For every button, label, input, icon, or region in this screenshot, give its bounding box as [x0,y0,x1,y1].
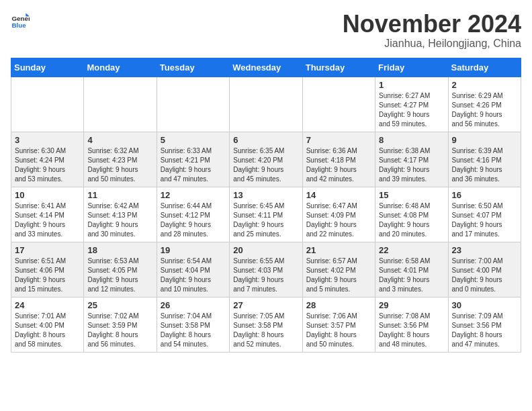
calendar-cell [11,77,84,132]
day-number: 15 [379,190,444,200]
day-info: Sunrise: 6:45 AM Sunset: 4:11 PM Dayligh… [233,201,298,239]
day-number: 20 [233,245,298,255]
calendar-cell: 17Sunrise: 6:51 AM Sunset: 4:06 PM Dayli… [11,242,84,297]
day-info: Sunrise: 6:29 AM Sunset: 4:26 PM Dayligh… [452,91,517,129]
location-title: Jianhua, Heilongjiang, China [343,38,521,50]
day-info: Sunrise: 6:58 AM Sunset: 4:01 PM Dayligh… [379,257,444,294]
calendar-cell: 14Sunrise: 6:47 AM Sunset: 4:09 PM Dayli… [302,187,375,242]
day-info: Sunrise: 7:04 AM Sunset: 3:58 PM Dayligh… [161,312,226,349]
day-number: 1 [379,80,444,90]
calendar-cell: 18Sunrise: 6:53 AM Sunset: 4:05 PM Dayli… [84,242,157,297]
day-info: Sunrise: 6:33 AM Sunset: 4:21 PM Dayligh… [161,146,226,184]
week-row-4: 17Sunrise: 6:51 AM Sunset: 4:06 PM Dayli… [11,242,521,297]
calendar-cell: 5Sunrise: 6:33 AM Sunset: 4:21 PM Daylig… [157,132,229,187]
calendar-cell [157,77,229,132]
day-info: Sunrise: 7:05 AM Sunset: 3:58 PM Dayligh… [233,312,298,349]
calendar-cell: 11Sunrise: 6:42 AM Sunset: 4:13 PM Dayli… [84,187,157,242]
day-number: 18 [87,245,152,255]
day-number: 13 [233,190,298,200]
day-info: Sunrise: 6:32 AM Sunset: 4:23 PM Dayligh… [87,146,152,184]
day-number: 19 [161,245,226,255]
calendar-cell [230,77,302,132]
weekday-header-tuesday: Tuesday [157,58,229,77]
calendar-cell: 22Sunrise: 6:58 AM Sunset: 4:01 PM Dayli… [375,242,448,297]
day-number: 7 [306,135,371,145]
weekday-header-row: SundayMondayTuesdayWednesdayThursdayFrid… [11,58,521,77]
calendar-cell: 9Sunrise: 6:39 AM Sunset: 4:16 PM Daylig… [448,132,521,187]
logo-icon: General Blue [11,11,30,30]
day-number: 12 [161,190,226,200]
day-info: Sunrise: 6:39 AM Sunset: 4:16 PM Dayligh… [452,146,517,184]
week-row-2: 3Sunrise: 6:30 AM Sunset: 4:24 PM Daylig… [11,132,521,187]
week-row-5: 24Sunrise: 7:01 AM Sunset: 4:00 PM Dayli… [11,297,521,352]
weekday-header-thursday: Thursday [302,58,375,77]
day-info: Sunrise: 7:08 AM Sunset: 3:56 PM Dayligh… [379,312,444,349]
day-number: 8 [379,135,444,145]
day-info: Sunrise: 6:35 AM Sunset: 4:20 PM Dayligh… [233,146,298,184]
calendar-cell: 29Sunrise: 7:08 AM Sunset: 3:56 PM Dayli… [375,297,448,352]
calendar-cell: 2Sunrise: 6:29 AM Sunset: 4:26 PM Daylig… [448,77,521,132]
weekday-header-sunday: Sunday [11,58,84,77]
title-area: November 2024 Jianhua, Heilongjiang, Chi… [343,11,521,50]
calendar-cell [84,77,157,132]
day-info: Sunrise: 6:50 AM Sunset: 4:07 PM Dayligh… [452,201,517,239]
day-info: Sunrise: 6:47 AM Sunset: 4:09 PM Dayligh… [306,201,371,239]
calendar-cell: 20Sunrise: 6:55 AM Sunset: 4:03 PM Dayli… [230,242,302,297]
day-number: 6 [233,135,298,145]
day-info: Sunrise: 6:27 AM Sunset: 4:27 PM Dayligh… [379,91,444,129]
day-info: Sunrise: 7:00 AM Sunset: 4:00 PM Dayligh… [452,257,517,294]
day-number: 29 [379,300,444,310]
day-number: 30 [452,300,517,310]
day-number: 14 [306,190,371,200]
calendar-cell: 28Sunrise: 7:06 AM Sunset: 3:57 PM Dayli… [302,297,375,352]
calendar-cell: 24Sunrise: 7:01 AM Sunset: 4:00 PM Dayli… [11,297,84,352]
day-number: 22 [379,245,444,255]
calendar-cell: 1Sunrise: 6:27 AM Sunset: 4:27 PM Daylig… [375,77,448,132]
weekday-header-saturday: Saturday [448,58,521,77]
day-info: Sunrise: 6:54 AM Sunset: 4:04 PM Dayligh… [161,257,226,294]
day-info: Sunrise: 6:44 AM Sunset: 4:12 PM Dayligh… [161,201,226,239]
calendar-cell: 10Sunrise: 6:41 AM Sunset: 4:14 PM Dayli… [11,187,84,242]
calendar-cell: 7Sunrise: 6:36 AM Sunset: 4:18 PM Daylig… [302,132,375,187]
logo: General Blue [11,11,30,30]
calendar-cell: 15Sunrise: 6:48 AM Sunset: 4:08 PM Dayli… [375,187,448,242]
day-number: 27 [233,300,298,310]
calendar-cell: 19Sunrise: 6:54 AM Sunset: 4:04 PM Dayli… [157,242,229,297]
day-info: Sunrise: 6:42 AM Sunset: 4:13 PM Dayligh… [87,201,152,239]
day-number: 3 [15,135,80,145]
calendar-table: SundayMondayTuesdayWednesdayThursdayFrid… [11,58,521,353]
day-info: Sunrise: 7:09 AM Sunset: 3:56 PM Dayligh… [452,312,517,349]
day-number: 16 [452,190,517,200]
calendar-cell: 12Sunrise: 6:44 AM Sunset: 4:12 PM Dayli… [157,187,229,242]
calendar-cell: 26Sunrise: 7:04 AM Sunset: 3:58 PM Dayli… [157,297,229,352]
calendar-cell: 3Sunrise: 6:30 AM Sunset: 4:24 PM Daylig… [11,132,84,187]
calendar-cell: 6Sunrise: 6:35 AM Sunset: 4:20 PM Daylig… [230,132,302,187]
day-info: Sunrise: 6:53 AM Sunset: 4:05 PM Dayligh… [87,257,152,294]
day-info: Sunrise: 7:06 AM Sunset: 3:57 PM Dayligh… [306,312,371,349]
day-number: 21 [306,245,371,255]
svg-text:Blue: Blue [11,21,26,29]
weekday-header-friday: Friday [375,58,448,77]
calendar-cell: 23Sunrise: 7:00 AM Sunset: 4:00 PM Dayli… [448,242,521,297]
week-row-3: 10Sunrise: 6:41 AM Sunset: 4:14 PM Dayli… [11,187,521,242]
day-number: 24 [15,300,80,310]
day-number: 26 [161,300,226,310]
day-number: 10 [15,190,80,200]
day-info: Sunrise: 6:36 AM Sunset: 4:18 PM Dayligh… [306,146,371,184]
day-info: Sunrise: 6:41 AM Sunset: 4:14 PM Dayligh… [15,201,80,239]
calendar-cell: 8Sunrise: 6:38 AM Sunset: 4:17 PM Daylig… [375,132,448,187]
day-info: Sunrise: 6:30 AM Sunset: 4:24 PM Dayligh… [15,146,80,184]
calendar-cell: 16Sunrise: 6:50 AM Sunset: 4:07 PM Dayli… [448,187,521,242]
header: General Blue November 2024 Jianhua, Heil… [11,11,521,50]
day-info: Sunrise: 6:51 AM Sunset: 4:06 PM Dayligh… [15,257,80,294]
day-number: 4 [87,135,152,145]
day-number: 23 [452,245,517,255]
weekday-header-wednesday: Wednesday [230,58,302,77]
day-info: Sunrise: 6:57 AM Sunset: 4:02 PM Dayligh… [306,257,371,294]
calendar-cell: 21Sunrise: 6:57 AM Sunset: 4:02 PM Dayli… [302,242,375,297]
week-row-1: 1Sunrise: 6:27 AM Sunset: 4:27 PM Daylig… [11,77,521,132]
calendar-cell [302,77,375,132]
day-number: 5 [161,135,226,145]
day-number: 28 [306,300,371,310]
day-number: 9 [452,135,517,145]
